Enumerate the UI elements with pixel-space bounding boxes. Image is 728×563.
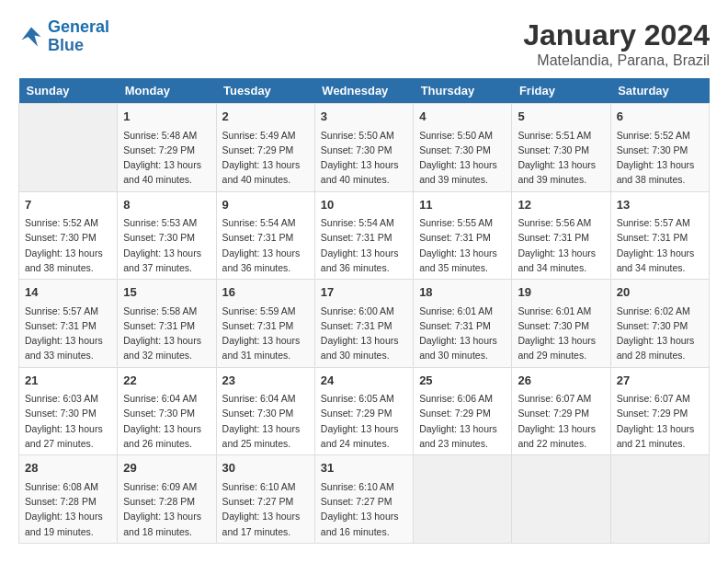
weekday-header-row: SundayMondayTuesdayWednesdayThursdayFrid… xyxy=(19,78,710,104)
day-number: 16 xyxy=(222,283,309,302)
calendar-cell: 21Sunrise: 6:03 AMSunset: 7:30 PMDayligh… xyxy=(19,367,118,455)
logo: General Blue xyxy=(18,18,109,55)
calendar-cell: 30Sunrise: 6:10 AMSunset: 7:27 PMDayligh… xyxy=(216,455,314,544)
calendar-cell: 8Sunrise: 5:53 AMSunset: 7:30 PMDaylight… xyxy=(118,191,216,280)
day-info: Sunrise: 5:59 AMSunset: 7:31 PMDaylight:… xyxy=(222,304,309,363)
day-number: 30 xyxy=(222,459,309,477)
calendar-cell: 4Sunrise: 5:50 AMSunset: 7:30 PMDaylight… xyxy=(414,104,512,192)
calendar-cell xyxy=(512,455,610,544)
calendar-cell: 10Sunrise: 5:54 AMSunset: 7:31 PMDayligh… xyxy=(314,191,413,280)
weekday-header-thursday: Thursday xyxy=(414,78,512,104)
day-info: Sunrise: 6:01 AMSunset: 7:31 PMDaylight:… xyxy=(419,304,506,363)
location: Matelandia, Parana, Brazil xyxy=(523,52,710,69)
day-info: Sunrise: 6:09 AMSunset: 7:28 PMDaylight:… xyxy=(123,479,210,539)
calendar-cell: 26Sunrise: 6:07 AMSunset: 7:29 PMDayligh… xyxy=(512,367,610,455)
page-header: General Blue January 2024 Matelandia, Pa… xyxy=(18,18,710,69)
calendar-cell: 28Sunrise: 6:08 AMSunset: 7:28 PMDayligh… xyxy=(19,455,118,544)
day-info: Sunrise: 6:08 AMSunset: 7:28 PMDaylight:… xyxy=(25,479,111,539)
calendar-week-row: 28Sunrise: 6:08 AMSunset: 7:28 PMDayligh… xyxy=(19,455,710,544)
calendar-cell: 9Sunrise: 5:54 AMSunset: 7:31 PMDaylight… xyxy=(216,191,314,280)
day-number: 5 xyxy=(518,108,604,126)
calendar-cell: 14Sunrise: 5:57 AMSunset: 7:31 PMDayligh… xyxy=(19,280,118,368)
day-number: 29 xyxy=(123,459,210,477)
day-info: Sunrise: 5:56 AMSunset: 7:31 PMDaylight:… xyxy=(518,215,604,275)
day-info: Sunrise: 6:01 AMSunset: 7:30 PMDaylight:… xyxy=(518,304,604,363)
calendar-cell: 20Sunrise: 6:02 AMSunset: 7:30 PMDayligh… xyxy=(610,280,709,368)
day-number: 2 xyxy=(222,108,309,126)
calendar-cell: 27Sunrise: 6:07 AMSunset: 7:29 PMDayligh… xyxy=(610,367,709,455)
calendar-cell: 13Sunrise: 5:57 AMSunset: 7:31 PMDayligh… xyxy=(610,191,709,280)
logo-line2: Blue xyxy=(48,36,84,54)
day-info: Sunrise: 5:48 AMSunset: 7:29 PMDaylight:… xyxy=(123,128,210,188)
day-info: Sunrise: 5:49 AMSunset: 7:29 PMDaylight:… xyxy=(222,128,309,188)
logo-icon xyxy=(18,24,44,50)
calendar-cell: 15Sunrise: 5:58 AMSunset: 7:31 PMDayligh… xyxy=(118,280,216,368)
day-number: 6 xyxy=(617,108,703,126)
day-info: Sunrise: 6:03 AMSunset: 7:30 PMDaylight:… xyxy=(25,391,111,451)
calendar-cell: 29Sunrise: 6:09 AMSunset: 7:28 PMDayligh… xyxy=(118,455,216,544)
calendar-cell xyxy=(19,104,118,192)
calendar-cell: 19Sunrise: 6:01 AMSunset: 7:30 PMDayligh… xyxy=(512,280,610,368)
weekday-header-wednesday: Wednesday xyxy=(314,78,413,104)
calendar-cell: 12Sunrise: 5:56 AMSunset: 7:31 PMDayligh… xyxy=(512,191,610,280)
day-number: 17 xyxy=(321,283,407,302)
day-info: Sunrise: 6:04 AMSunset: 7:30 PMDaylight:… xyxy=(222,391,309,451)
day-info: Sunrise: 6:04 AMSunset: 7:30 PMDaylight:… xyxy=(123,391,210,451)
calendar-cell: 11Sunrise: 5:55 AMSunset: 7:31 PMDayligh… xyxy=(414,191,512,280)
calendar-cell: 5Sunrise: 5:51 AMSunset: 7:30 PMDaylight… xyxy=(512,104,610,192)
day-number: 19 xyxy=(518,283,604,302)
day-info: Sunrise: 5:50 AMSunset: 7:30 PMDaylight:… xyxy=(321,128,407,188)
day-number: 8 xyxy=(123,196,210,214)
calendar-week-row: 21Sunrise: 6:03 AMSunset: 7:30 PMDayligh… xyxy=(19,367,710,455)
day-number: 18 xyxy=(419,283,506,302)
day-number: 23 xyxy=(222,372,309,390)
weekday-header-monday: Monday xyxy=(118,78,216,104)
day-info: Sunrise: 5:52 AMSunset: 7:30 PMDaylight:… xyxy=(617,128,703,188)
calendar-cell: 7Sunrise: 5:52 AMSunset: 7:30 PMDaylight… xyxy=(19,191,118,280)
day-number: 1 xyxy=(123,108,210,126)
calendar-cell: 17Sunrise: 6:00 AMSunset: 7:31 PMDayligh… xyxy=(314,280,413,368)
day-number: 13 xyxy=(617,196,703,214)
weekday-header-tuesday: Tuesday xyxy=(216,78,314,104)
day-info: Sunrise: 5:50 AMSunset: 7:30 PMDaylight:… xyxy=(419,128,506,188)
day-number: 7 xyxy=(25,196,111,214)
calendar-cell: 16Sunrise: 5:59 AMSunset: 7:31 PMDayligh… xyxy=(216,280,314,368)
day-info: Sunrise: 6:07 AMSunset: 7:29 PMDaylight:… xyxy=(518,391,604,451)
day-number: 25 xyxy=(419,372,506,390)
day-info: Sunrise: 5:52 AMSunset: 7:30 PMDaylight:… xyxy=(25,215,111,275)
day-info: Sunrise: 6:05 AMSunset: 7:29 PMDaylight:… xyxy=(321,391,407,451)
calendar-table: SundayMondayTuesdayWednesdayThursdayFrid… xyxy=(18,78,710,544)
calendar-cell: 22Sunrise: 6:04 AMSunset: 7:30 PMDayligh… xyxy=(118,367,216,455)
day-number: 20 xyxy=(617,283,703,302)
day-info: Sunrise: 5:55 AMSunset: 7:31 PMDaylight:… xyxy=(419,215,506,275)
day-info: Sunrise: 6:10 AMSunset: 7:27 PMDaylight:… xyxy=(222,479,309,539)
day-number: 12 xyxy=(518,196,604,214)
logo-line1: General xyxy=(48,17,109,36)
day-number: 9 xyxy=(222,196,309,214)
day-number: 24 xyxy=(321,372,407,390)
weekday-header-saturday: Saturday xyxy=(610,78,709,104)
weekday-header-sunday: Sunday xyxy=(19,78,118,104)
day-info: Sunrise: 6:10 AMSunset: 7:27 PMDaylight:… xyxy=(321,479,407,539)
day-info: Sunrise: 5:57 AMSunset: 7:31 PMDaylight:… xyxy=(617,215,703,275)
day-info: Sunrise: 6:06 AMSunset: 7:29 PMDaylight:… xyxy=(419,391,506,451)
svg-marker-0 xyxy=(22,27,41,46)
day-number: 10 xyxy=(321,196,407,214)
day-number: 28 xyxy=(25,459,111,477)
calendar-cell: 31Sunrise: 6:10 AMSunset: 7:27 PMDayligh… xyxy=(314,455,413,544)
calendar-cell: 1Sunrise: 5:48 AMSunset: 7:29 PMDaylight… xyxy=(118,104,216,192)
calendar-week-row: 14Sunrise: 5:57 AMSunset: 7:31 PMDayligh… xyxy=(19,280,710,368)
month-title: January 2024 xyxy=(523,18,710,52)
calendar-cell xyxy=(610,455,709,544)
calendar-cell: 2Sunrise: 5:49 AMSunset: 7:29 PMDaylight… xyxy=(216,104,314,192)
day-info: Sunrise: 5:53 AMSunset: 7:30 PMDaylight:… xyxy=(123,215,210,275)
day-number: 3 xyxy=(321,108,407,126)
title-block: January 2024 Matelandia, Parana, Brazil xyxy=(523,18,710,69)
day-number: 14 xyxy=(25,283,111,302)
day-number: 31 xyxy=(321,459,407,477)
calendar-week-row: 1Sunrise: 5:48 AMSunset: 7:29 PMDaylight… xyxy=(19,104,710,192)
day-info: Sunrise: 5:54 AMSunset: 7:31 PMDaylight:… xyxy=(321,215,407,275)
day-info: Sunrise: 6:00 AMSunset: 7:31 PMDaylight:… xyxy=(321,304,407,363)
weekday-header-friday: Friday xyxy=(512,78,610,104)
calendar-cell: 6Sunrise: 5:52 AMSunset: 7:30 PMDaylight… xyxy=(610,104,709,192)
